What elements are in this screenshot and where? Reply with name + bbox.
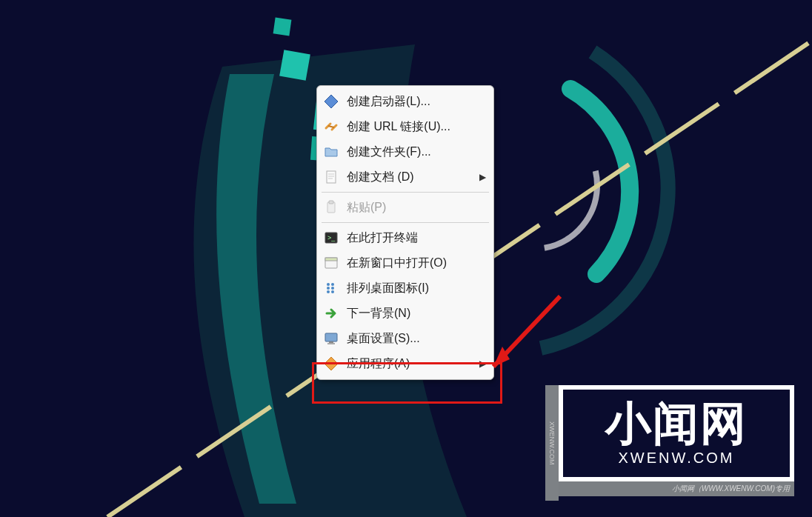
menu-item-create-document[interactable]: 创建文档 (D) ▶: [317, 164, 493, 190]
menu-item-arrange-icons[interactable]: 排列桌面图标(I): [317, 276, 493, 301]
menu-item-label: 在此打开终端: [347, 230, 486, 246]
svg-marker-26: [325, 357, 338, 370]
menu-item-label: 排列桌面图标(I): [347, 281, 486, 296]
svg-rect-3: [273, 18, 292, 36]
diamond-orange-icon: [323, 356, 339, 372]
svg-rect-25: [327, 343, 335, 344]
svg-point-21: [331, 287, 334, 290]
menu-item-label: 创建文件夹(F)...: [347, 144, 486, 160]
submenu-arrow-icon: ▶: [479, 358, 486, 369]
menu-item-label: 创建 URL 链接(U)...: [347, 119, 486, 135]
diamond-blue-icon: [323, 93, 339, 110]
watermark-main: 小闻网 XWENW.COM: [559, 385, 794, 481]
menu-item-label: 创建启动器(L)...: [347, 94, 486, 110]
menu-item-label: 下一背景(N): [347, 306, 486, 321]
svg-rect-12: [329, 201, 333, 204]
menu-item-applications[interactable]: 应用程序(A) ▶: [317, 351, 493, 376]
next-green-icon: [323, 305, 339, 321]
svg-point-17: [327, 283, 330, 286]
svg-rect-0: [279, 50, 310, 81]
watermark-title: 小闻网: [605, 401, 748, 447]
document-icon: [323, 169, 339, 185]
watermark: XWENW.COM 小闻网 XWENW.COM 小闻网（WWW.XWENW.CO…: [559, 385, 794, 501]
menu-item-label: 在新窗口中打开(O): [347, 256, 486, 271]
svg-point-18: [327, 287, 330, 290]
menu-item-paste: 粘贴(P): [317, 195, 493, 220]
window-icon: [323, 255, 339, 271]
svg-rect-7: [327, 171, 336, 183]
menu-separator: [322, 222, 489, 223]
svg-text:>_: >_: [327, 234, 336, 241]
svg-point-20: [331, 283, 334, 286]
folder-blue-icon: [323, 144, 339, 160]
menu-item-create-launcher[interactable]: 创建启动器(L)...: [317, 89, 493, 114]
watermark-vertical-label: XWENW.COM: [545, 385, 559, 501]
menu-item-create-folder[interactable]: 创建文件夹(F)...: [317, 139, 493, 164]
link-orange-icon: [323, 119, 339, 135]
menu-separator: [322, 192, 489, 193]
menu-item-next-background[interactable]: 下一背景(N): [317, 301, 493, 326]
desktop-context-menu: 创建启动器(L)... 创建 URL 链接(U)... 创建文件夹(F)... …: [316, 85, 494, 380]
svg-rect-16: [325, 258, 337, 261]
watermark-subtitle: XWENW.COM: [619, 450, 735, 467]
svg-point-19: [327, 290, 330, 293]
terminal-icon: >_: [323, 230, 339, 246]
menu-item-label: 创建文档 (D): [347, 170, 475, 185]
menu-item-label: 桌面设置(S)...: [347, 331, 486, 347]
watermark-footer: 小闻网（WWW.XWENW.COM)专用: [559, 481, 794, 496]
menu-item-open-new-window[interactable]: 在新窗口中打开(O): [317, 250, 493, 276]
svg-point-22: [331, 290, 334, 293]
svg-marker-6: [325, 95, 338, 108]
desktop-background[interactable]: 创建启动器(L)... 创建 URL 链接(U)... 创建文件夹(F)... …: [0, 0, 812, 517]
arrange-icon: [323, 280, 339, 296]
submenu-arrow-icon: ▶: [479, 172, 486, 182]
svg-rect-24: [329, 341, 333, 343]
clipboard-icon: [323, 199, 339, 216]
menu-item-create-url-link[interactable]: 创建 URL 链接(U)...: [317, 114, 493, 139]
menu-item-label: 应用程序(A): [347, 356, 475, 372]
menu-item-open-terminal[interactable]: >_ 在此打开终端: [317, 225, 493, 250]
menu-item-desktop-settings[interactable]: 桌面设置(S)...: [317, 326, 493, 351]
display-icon: [323, 330, 339, 347]
menu-item-label: 粘贴(P): [347, 200, 486, 216]
svg-rect-23: [325, 333, 337, 341]
